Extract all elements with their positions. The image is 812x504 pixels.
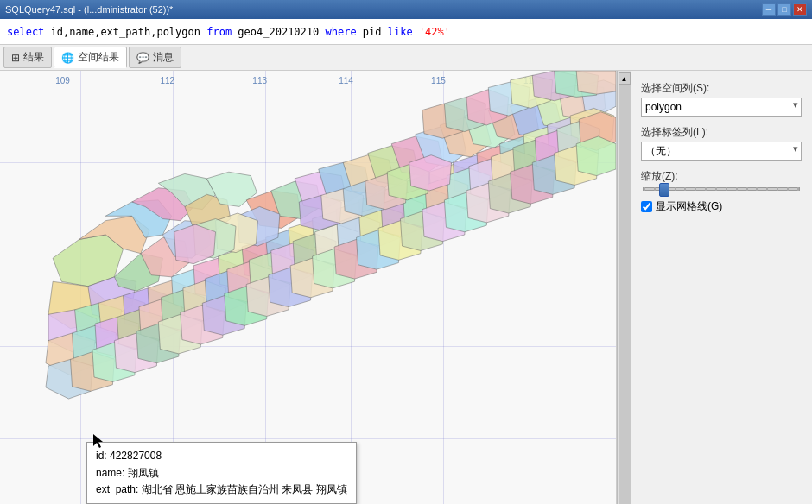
minimize-button[interactable]: ─ bbox=[762, 3, 776, 16]
close-button[interactable]: ✕ bbox=[793, 3, 807, 16]
spatial-column-section: 选择空间列(S): polygon bbox=[641, 81, 802, 117]
svg-marker-103 bbox=[576, 136, 616, 176]
grid-checkbox-row: 显示网格线(G) bbox=[641, 199, 802, 214]
map-area[interactable]: 109 112 113 114 115 116 .region { stroke… bbox=[0, 71, 617, 504]
main-content: 109 112 113 114 115 116 .region { stroke… bbox=[0, 71, 812, 504]
grid-checkbox[interactable] bbox=[641, 201, 652, 212]
tooltip-id: id: 422827008 bbox=[96, 448, 347, 464]
spatial-column-select-wrapper: polygon bbox=[641, 98, 802, 117]
svg-marker-117 bbox=[409, 155, 452, 191]
right-panel: 选择空间列(S): polygon 选择标签列(L): （无） 缩放(Z): bbox=[631, 71, 812, 504]
title-bar: SQLQuery47.sql - (l...dministrator (52))… bbox=[0, 0, 812, 19]
tab-results[interactable]: ⊞ 结果 bbox=[3, 47, 52, 68]
label-column-select-wrapper: （无） bbox=[641, 142, 802, 161]
spatial-column-label: 选择空间列(S): bbox=[641, 81, 802, 96]
maximize-button[interactable]: □ bbox=[777, 3, 791, 16]
sql-editor[interactable]: select id,name,ext_path,polygon from geo… bbox=[0, 19, 812, 45]
zoom-slider-container bbox=[641, 187, 802, 191]
scroll-up-arrow[interactable]: ▲ bbox=[619, 72, 631, 85]
label-column-label: 选择标签列(L): bbox=[641, 125, 802, 140]
toolbar: ⊞ 结果 🌐 空间结果 💬 消息 bbox=[0, 45, 812, 71]
tooltip-ext-path: ext_path: 湖北省 恩施土家族苗族自治州 来凤县 翔凤镇 bbox=[96, 482, 347, 498]
sql-code: select id,name,ext_path,polygon from geo… bbox=[7, 26, 450, 38]
vertical-scrollbar[interactable]: ▲ ▼ bbox=[617, 71, 631, 504]
globe-icon: 🌐 bbox=[61, 52, 74, 64]
zoom-section: 缩放(Z): bbox=[641, 169, 802, 191]
message-icon: 💬 bbox=[136, 52, 149, 64]
zoom-slider-track[interactable] bbox=[643, 187, 800, 191]
zoom-slider-thumb[interactable] bbox=[659, 183, 669, 197]
window-title: SQLQuery47.sql - (l...dministrator (52))… bbox=[5, 4, 173, 15]
tab-messages[interactable]: 💬 消息 bbox=[129, 47, 181, 68]
label-column-section: 选择标签列(L): （无） bbox=[641, 125, 802, 161]
tooltip-popup: id: 422827008 name: 翔凤镇 ext_path: 湖北省 恩施… bbox=[86, 442, 357, 504]
grid-icon: ⊞ bbox=[11, 52, 20, 64]
svg-marker-111 bbox=[576, 71, 616, 94]
grid-checkbox-label: 显示网格线(G) bbox=[656, 199, 722, 214]
window-controls: ─ □ ✕ bbox=[762, 3, 807, 16]
tooltip-name: name: 翔凤镇 bbox=[96, 465, 347, 482]
spatial-column-select[interactable]: polygon bbox=[641, 98, 802, 117]
tab-spatial[interactable]: 🌐 空间结果 bbox=[54, 47, 127, 68]
label-column-select[interactable]: （无） bbox=[641, 142, 802, 161]
zoom-label: 缩放(Z): bbox=[641, 169, 802, 184]
map-svg: .region { stroke: #555; stroke-width: 0.… bbox=[0, 71, 616, 504]
svg-marker-53 bbox=[174, 224, 216, 264]
scroll-track[interactable] bbox=[619, 85, 631, 504]
